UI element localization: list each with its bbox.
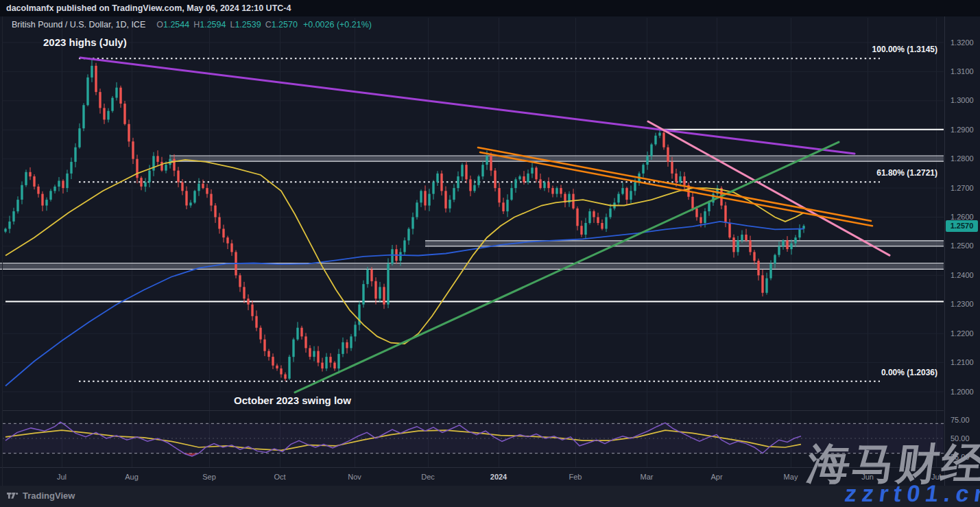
close-label: C <box>265 20 272 30</box>
change-value: +0.0026 (+0.21%) <box>303 20 372 30</box>
tradingview-logo-icon[interactable] <box>7 491 19 501</box>
open-value: 1.2544 <box>163 20 189 30</box>
annotation-october-low[interactable]: October 2023 swing low <box>234 394 351 406</box>
watermark-site: zzrt01.cn <box>843 480 980 507</box>
rsi-pane[interactable] <box>3 410 944 467</box>
symbol-legend[interactable]: British Pound / U.S. Dollar, 1D, ICEO1.2… <box>12 20 372 30</box>
tradingview-brand[interactable]: TradingView <box>23 491 75 501</box>
annotation-2023-highs[interactable]: 2023 highs (July) <box>43 36 127 48</box>
open-label: O <box>156 20 163 30</box>
symbol-title: British Pound / U.S. Dollar, 1D, ICE <box>12 20 145 30</box>
close-value: 1.2570 <box>272 20 298 30</box>
high-value: 1.2594 <box>200 20 226 30</box>
last-price-badge: 1.2570 <box>946 220 978 232</box>
price-axis[interactable] <box>944 16 980 467</box>
price-pane[interactable] <box>3 16 944 410</box>
low-value: 1.2539 <box>235 20 261 30</box>
high-label: H <box>193 20 200 30</box>
